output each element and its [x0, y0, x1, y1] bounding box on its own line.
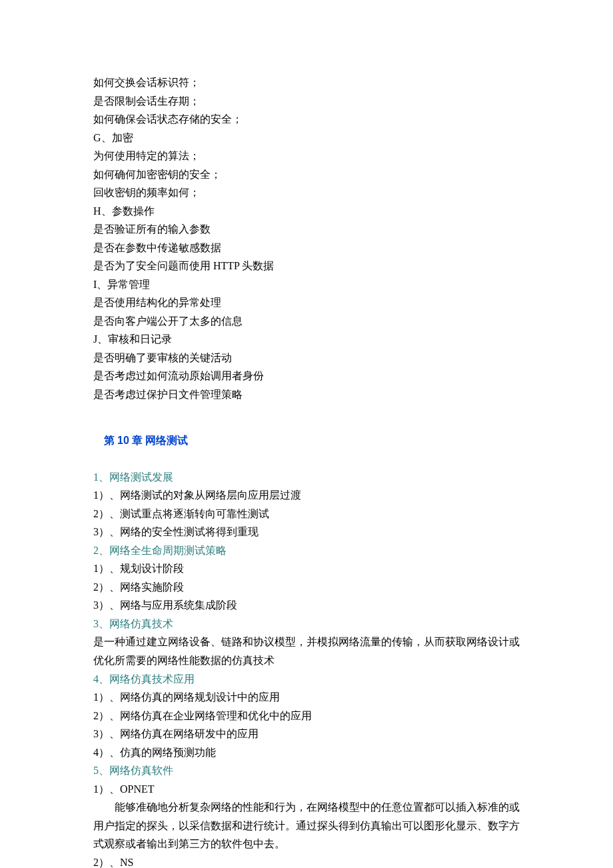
paragraph: 能够准确地分析复杂网络的性能和行为，在网络模型中的任意位置都可以插入标准的或用户… — [93, 798, 520, 853]
body-line: I、异常管理 — [93, 275, 520, 294]
body-line: 如何确保会话状态存储的安全； — [93, 110, 520, 129]
list-item: 3）、网络与应用系统集成阶段 — [93, 596, 520, 615]
list-item: 1）、OPNET — [93, 780, 520, 799]
chapter-suffix: 章 网络测试 — [129, 435, 188, 446]
body-line: 是否在参数中传递敏感数据 — [93, 239, 520, 257]
body-line: 是否限制会话生存期； — [93, 92, 520, 111]
list-item: 2）、测试重点将逐渐转向可靠性测试 — [93, 505, 520, 523]
paragraph: 是一种通过建立网络设备、链路和协议模型，并模拟网络流量的传输，从而获取网络设计或… — [93, 633, 520, 669]
body-line: 如何交换会话标识符； — [93, 73, 520, 92]
list-item: 3）、网络仿真在网络研发中的应用 — [93, 725, 520, 743]
section-heading: 3、网络仿真技术 — [93, 615, 520, 633]
section-heading: 5、网络仿真软件 — [93, 761, 520, 780]
body-line: 是否明确了要审核的关键活动 — [93, 349, 520, 367]
chapter-number: 10 — [117, 435, 129, 446]
chapter-prefix: 第 — [104, 435, 117, 446]
body-line: 回收密钥的频率如何； — [93, 183, 520, 202]
list-item: 2）、NS — [93, 853, 520, 868]
body-line: 是否为了安全问题而使用 HTTP 头数据 — [93, 257, 520, 275]
body-line: 为何使用特定的算法； — [93, 147, 520, 165]
body-line: 是否验证所有的输入参数 — [93, 220, 520, 239]
list-item: 4）、仿真的网络预测功能 — [93, 743, 520, 762]
body-line: 是否考虑过保护日文件管理策略 — [93, 385, 520, 404]
body-line: 是否使用结构化的异常处理 — [93, 293, 520, 312]
chapter-heading: 第 10 章 网络测试 — [93, 413, 520, 468]
body-line: 如何确何加密密钥的安全； — [93, 165, 520, 184]
list-item: 1）、规划设计阶段 — [93, 559, 520, 578]
body-line: 是否考虑过如何流动原始调用者身份 — [93, 367, 520, 385]
list-item: 3）、网络的安全性测试将得到重现 — [93, 523, 520, 541]
body-line: G、加密 — [93, 129, 520, 147]
section-heading: 4、网络仿真技术应用 — [93, 670, 520, 689]
body-line: H、参数操作 — [93, 202, 520, 221]
section-heading: 1、网络测试发展 — [93, 468, 520, 487]
list-item: 1）、网络仿真的网络规划设计中的应用 — [93, 688, 520, 707]
list-item: 1）、网络测试的对象从网络层向应用层过渡 — [93, 486, 520, 505]
body-line: 是否向客户端公开了太多的信息 — [93, 312, 520, 331]
body-line: J、审核和日记录 — [93, 330, 520, 349]
list-item: 2）、网络仿真在企业网络管理和优化中的应用 — [93, 707, 520, 725]
document-page: 如何交换会话标识符； 是否限制会话生存期； 如何确保会话状态存储的安全； G、加… — [0, 0, 613, 868]
list-item: 2）、网络实施阶段 — [93, 578, 520, 597]
section-heading: 2、网络全生命周期测试策略 — [93, 541, 520, 560]
